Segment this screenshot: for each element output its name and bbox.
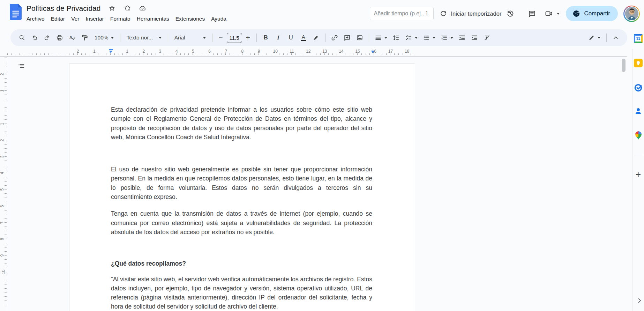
tasks-app-button[interactable] xyxy=(634,83,643,92)
print-icon xyxy=(56,34,63,42)
ruler-number: 13 xyxy=(322,49,327,54)
right-indent-marker[interactable] xyxy=(371,49,375,53)
font-size-input[interactable]: 11.5 xyxy=(227,33,242,43)
zoom-select[interactable]: 100% xyxy=(91,32,117,44)
italic-button[interactable]: I xyxy=(272,32,284,44)
numbered-list-button[interactable]: 1 2 xyxy=(438,32,455,44)
menu-item-insertar[interactable]: Insertar xyxy=(82,15,107,23)
ruler-number: 6 xyxy=(208,49,211,54)
bold-button[interactable]: B xyxy=(260,32,272,44)
doc-paragraph[interactable]: “Al visitar este sitio web, el servidor … xyxy=(111,275,372,311)
spelling-check-button[interactable]: A xyxy=(66,32,78,44)
side-panel-rule xyxy=(634,156,643,156)
doc-paragraph[interactable]: Tenga en cuenta que la transmisión de da… xyxy=(111,209,372,237)
ruler-number: 17 xyxy=(388,49,393,54)
top-bar-actions: Iniciar temporizador xyxy=(370,0,640,27)
chevron-right-icon xyxy=(636,297,643,304)
hide-menus-button[interactable] xyxy=(610,32,622,44)
ruler-number: 7 xyxy=(225,49,227,54)
chevron-down-icon xyxy=(598,37,600,39)
get-add-ons-button[interactable]: + xyxy=(634,170,643,179)
insert-link-button[interactable] xyxy=(329,32,340,44)
menu-item-archivo[interactable]: Archivo xyxy=(23,15,48,23)
ruler-number: 18 xyxy=(405,49,409,54)
add-comment-button[interactable] xyxy=(341,32,353,44)
align-icon xyxy=(374,34,382,42)
highlight-color-button[interactable] xyxy=(310,32,322,44)
add-time-input[interactable] xyxy=(370,7,434,20)
doc-paragraph[interactable]: Esta declaración de privacidad pretende … xyxy=(111,105,372,142)
insert-image-button[interactable] xyxy=(354,32,366,44)
drive-shortcut-icon[interactable] xyxy=(123,5,131,12)
toolbar-divider xyxy=(168,34,168,42)
document-page[interactable]: Esta declaración de privacidad pretende … xyxy=(69,64,415,311)
menu-item-editar[interactable]: Editar xyxy=(48,15,68,23)
google-docs-logo-icon[interactable] xyxy=(10,4,22,20)
toolbar-divider xyxy=(212,34,212,42)
text-color-button[interactable]: A xyxy=(298,32,309,44)
meet-call-button[interactable] xyxy=(545,9,560,18)
align-button[interactable] xyxy=(372,32,389,44)
hide-side-panel-button[interactable] xyxy=(635,296,644,305)
contacts-app-button[interactable] xyxy=(634,106,643,116)
ruler-number: 8 xyxy=(241,49,244,54)
increase-indent-button[interactable] xyxy=(469,32,480,44)
checklist-button[interactable] xyxy=(403,32,420,44)
paint-format-button[interactable] xyxy=(79,32,91,44)
clear-formatting-button[interactable] xyxy=(481,32,493,44)
vertical-scrollbar-thumb[interactable] xyxy=(622,59,626,72)
ruler-number: 7 xyxy=(0,221,5,224)
chevron-down-icon xyxy=(415,37,418,39)
doc-heading[interactable]: ¿Qué datos recopilamos? xyxy=(111,259,372,268)
undo-button[interactable] xyxy=(29,32,40,44)
calendar-icon: 31 xyxy=(634,34,643,43)
menu-item-extensiones[interactable]: Extensiones xyxy=(172,15,208,23)
calendar-app-button[interactable]: 31 xyxy=(634,34,643,43)
start-timer-button[interactable]: Iniciar temporizador xyxy=(439,9,501,18)
keep-app-button[interactable] xyxy=(634,58,643,68)
increase-font-size-button[interactable]: + xyxy=(243,34,253,42)
decrease-indent-button[interactable] xyxy=(456,32,468,44)
highlighter-icon xyxy=(312,34,320,42)
ruler-number: 10 xyxy=(273,49,278,54)
left-indent-marker[interactable] xyxy=(109,49,113,53)
menu-item-ver[interactable]: Ver xyxy=(68,15,82,23)
ruler-number: 12 xyxy=(306,49,310,54)
format-toolbar: A 100% Texto nor... Arial − 11.5 + B I U… xyxy=(10,29,627,46)
doc-content: Esta declaración de privacidad pretende … xyxy=(111,105,372,311)
document-title[interactable]: Políticas de Privacidad xyxy=(27,4,100,13)
add-comment-icon xyxy=(343,34,351,42)
pen-icon xyxy=(588,34,595,42)
maps-app-button[interactable] xyxy=(634,131,643,140)
editing-mode-button[interactable] xyxy=(585,32,603,44)
chevron-down-icon xyxy=(433,37,435,39)
menu-item-ayuda[interactable]: Ayuda xyxy=(208,15,230,23)
underline-button[interactable]: U xyxy=(285,32,297,44)
decrease-font-size-button[interactable]: − xyxy=(216,34,226,42)
menu-item-herramientas[interactable]: Herramientas xyxy=(134,15,172,23)
ruler-number: 1 xyxy=(93,49,96,54)
font-family-value: Arial xyxy=(174,35,185,41)
toolbar-divider xyxy=(256,34,257,42)
menu-item-formato[interactable]: Formato xyxy=(107,15,134,23)
star-icon[interactable] xyxy=(108,5,116,12)
document-status-cloud-icon[interactable] xyxy=(139,5,147,12)
comments-button[interactable] xyxy=(524,6,540,21)
paragraph-style-select[interactable]: Texto nor... xyxy=(123,32,165,44)
redo-icon xyxy=(43,34,51,42)
share-button[interactable]: Compartir xyxy=(566,6,618,21)
checklist-icon xyxy=(405,34,412,42)
show-outline-button[interactable] xyxy=(14,59,29,73)
version-history-button[interactable] xyxy=(503,6,518,21)
google-side-panel: 31 + xyxy=(632,0,644,311)
toolbar-divider xyxy=(606,34,607,42)
doc-paragraph[interactable]: El uso de nuestro sitio web generalmente… xyxy=(111,165,372,201)
print-button[interactable] xyxy=(54,32,66,44)
redo-button[interactable] xyxy=(41,32,53,44)
title-block: Políticas de Privacidad ArchivoEditarVer… xyxy=(27,3,230,23)
font-family-select[interactable]: Arial xyxy=(171,32,209,44)
paint-roller-icon xyxy=(81,34,89,42)
search-menus-button[interactable] xyxy=(16,32,28,44)
bulleted-list-button[interactable] xyxy=(420,32,437,44)
line-spacing-button[interactable] xyxy=(390,32,402,44)
